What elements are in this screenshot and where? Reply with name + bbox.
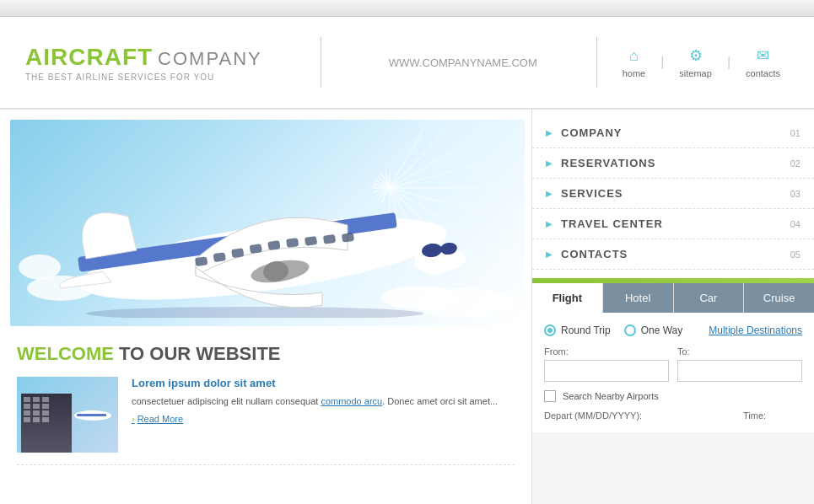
sidenav-services-num: 03 bbox=[790, 189, 801, 199]
from-label: From: bbox=[544, 346, 669, 357]
sidenav-services-label: SERVICES bbox=[561, 187, 790, 200]
to-field: To: bbox=[677, 346, 802, 382]
contacts-icon: ✉ bbox=[757, 46, 769, 65]
tab-car[interactable]: Car bbox=[674, 283, 745, 313]
svg-point-0 bbox=[86, 307, 423, 318]
welcome-title: WELCOME TO OUR WEBSITE bbox=[17, 343, 515, 365]
welcome-rest: TO OUR WEBSITE bbox=[114, 343, 281, 364]
to-input[interactable] bbox=[677, 360, 802, 382]
from-field: From: bbox=[544, 346, 669, 382]
round-trip-radio[interactable] bbox=[544, 324, 556, 336]
nearby-airports-checkbox[interactable] bbox=[544, 390, 556, 402]
read-more-link[interactable]: › Read More bbox=[132, 414, 183, 424]
article-link-inline[interactable]: commodo arcu bbox=[321, 396, 382, 406]
round-trip-option[interactable]: Round Trip bbox=[544, 324, 611, 336]
booking-tabs: Flight Hotel Car Cruise bbox=[532, 283, 814, 313]
left-panel: WELCOME TO OUR WEBSITE bbox=[0, 110, 531, 504]
time-label: Time: bbox=[743, 410, 802, 421]
svg-rect-17 bbox=[77, 414, 106, 416]
depart-label: Depart (MM/DD/YYYY): bbox=[544, 410, 735, 421]
booking-form: Round Trip One Way Multiple Destinations… bbox=[532, 313, 814, 432]
trip-type-row: Round Trip One Way Multiple Destinations bbox=[544, 324, 802, 336]
sidenav-company[interactable]: ▶ COMPANY 01 bbox=[532, 118, 814, 148]
logo-area: AIRCRAFT COMPANY THE BEST AIRLINE SERVIC… bbox=[25, 44, 295, 82]
sidenav-contacts-label: CONTACTS bbox=[561, 248, 790, 260]
sidenav-arrow-3: ▶ bbox=[546, 189, 553, 198]
header-divider-2 bbox=[596, 37, 597, 88]
depart-row: Depart (MM/DD/YYYY): Time: bbox=[544, 410, 802, 424]
nav-home[interactable]: ⌂ home bbox=[614, 47, 655, 78]
svg-rect-14 bbox=[323, 234, 336, 244]
svg-rect-10 bbox=[250, 244, 262, 254]
sidenav-travel-num: 04 bbox=[790, 219, 801, 229]
from-input[interactable] bbox=[544, 360, 669, 382]
article-text: Lorem ipsum dolor sit amet consectetuer … bbox=[132, 377, 515, 453]
svg-rect-12 bbox=[286, 238, 299, 248]
round-trip-label: Round Trip bbox=[561, 324, 611, 336]
from-to-row: From: To: bbox=[544, 346, 802, 382]
main-content: WELCOME TO OUR WEBSITE bbox=[0, 110, 814, 504]
tab-cruise[interactable]: Cruise bbox=[744, 283, 814, 313]
one-way-option[interactable]: One Way bbox=[624, 324, 683, 336]
read-more-arrow: › bbox=[132, 414, 135, 424]
multiple-destinations-link[interactable]: Multiple Destinations bbox=[709, 324, 802, 336]
header: AIRCRAFT COMPANY THE BEST AIRLINE SERVIC… bbox=[0, 17, 814, 110]
svg-rect-9 bbox=[231, 248, 244, 258]
sidenav-arrow-2: ▶ bbox=[546, 158, 553, 168]
sidenav-arrow-5: ▶ bbox=[546, 249, 553, 259]
article-title: Lorem ipsum dolor sit amet bbox=[132, 377, 515, 389]
sidenav-reservations-label: RESERVATIONS bbox=[561, 157, 790, 169]
nav-contacts-label: contacts bbox=[746, 68, 780, 78]
header-divider-1 bbox=[321, 37, 321, 88]
sidenav-contacts[interactable]: ▶ CONTACTS 05 bbox=[532, 239, 814, 270]
one-way-label: One Way bbox=[641, 324, 683, 336]
nav-home-label: home bbox=[623, 68, 646, 78]
nav-sitemap-label: sitemap bbox=[679, 68, 712, 78]
sidenav-reservations[interactable]: ▶ RESERVATIONS 02 bbox=[532, 148, 814, 179]
svg-rect-8 bbox=[213, 252, 226, 262]
sidenav-travel-label: TRAVEL CENTER bbox=[561, 217, 790, 230]
tab-flight[interactable]: Flight bbox=[532, 283, 603, 313]
sidenav-travel[interactable]: ▶ TRAVEL CENTER 04 bbox=[532, 209, 814, 239]
welcome-highlight: WELCOME bbox=[17, 343, 114, 364]
article-divider bbox=[17, 464, 515, 465]
hero-image bbox=[10, 120, 525, 326]
home-icon: ⌂ bbox=[629, 47, 639, 65]
nav-sitemap[interactable]: ⚙ sitemap bbox=[671, 46, 720, 78]
to-label: To: bbox=[677, 346, 802, 357]
booking-area: Flight Hotel Car Cruise Round Trip One W… bbox=[532, 283, 814, 432]
sidenav-company-label: COMPANY bbox=[561, 126, 790, 139]
one-way-radio[interactable] bbox=[624, 324, 636, 336]
nearby-airports-label: Search Nearby Airports bbox=[563, 391, 659, 401]
sidenav-arrow-4: ▶ bbox=[546, 219, 553, 228]
content-row: Lorem ipsum dolor sit amet consectetuer … bbox=[17, 377, 515, 453]
tab-hotel[interactable]: Hotel bbox=[603, 283, 674, 313]
nearby-airports-row: Search Nearby Airports bbox=[544, 390, 802, 402]
welcome-section: WELCOME TO OUR WEBSITE bbox=[0, 326, 531, 474]
sidenav-contacts-num: 05 bbox=[790, 249, 801, 260]
nav-sep-1: | bbox=[660, 55, 664, 70]
nav-contacts[interactable]: ✉ contacts bbox=[737, 46, 789, 78]
sitemap-icon: ⚙ bbox=[689, 46, 703, 65]
sidenav-arrow-1: ▶ bbox=[546, 128, 553, 137]
website-url: WWW.COMPANYNAME.COM bbox=[347, 56, 580, 69]
logo-company-text: COMPANY bbox=[158, 48, 262, 70]
side-nav: ▶ COMPANY 01 ▶ RESERVATIONS 02 ▶ SERVICE… bbox=[532, 110, 814, 278]
svg-rect-13 bbox=[305, 236, 317, 246]
article-body: consectetuer adipiscing elit nullam cons… bbox=[132, 394, 515, 409]
logo-aircraft: AIRCRAFT bbox=[25, 44, 153, 71]
svg-rect-15 bbox=[342, 233, 354, 243]
building-graphic bbox=[21, 394, 72, 453]
airplane-svg bbox=[27, 149, 499, 318]
time-field: Time: bbox=[743, 410, 802, 424]
airplane-container bbox=[27, 149, 499, 318]
article-plane bbox=[72, 403, 114, 432]
nav-icons: ⌂ home | ⚙ sitemap | ✉ contacts bbox=[614, 46, 789, 78]
logo-title: AIRCRAFT COMPANY bbox=[25, 44, 295, 71]
sidenav-services[interactable]: ▶ SERVICES 03 bbox=[532, 179, 814, 209]
sidenav-reservations-num: 02 bbox=[790, 158, 801, 169]
svg-rect-7 bbox=[195, 256, 208, 266]
nav-sep-2: | bbox=[727, 55, 730, 70]
svg-rect-11 bbox=[267, 240, 280, 250]
right-panel: ▶ COMPANY 01 ▶ RESERVATIONS 02 ▶ SERVICE… bbox=[531, 110, 814, 504]
